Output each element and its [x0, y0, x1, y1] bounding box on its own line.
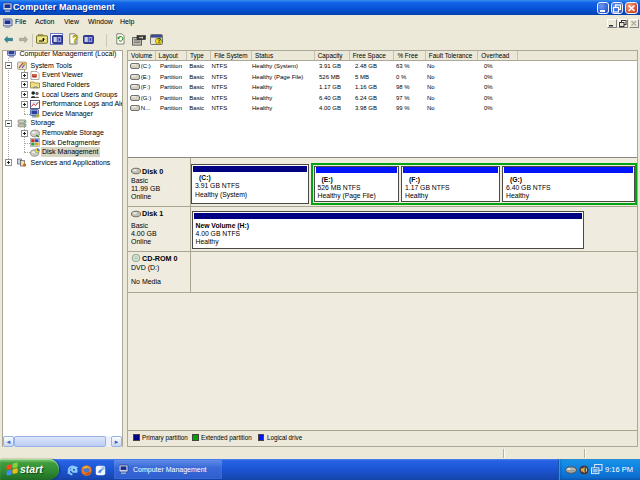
svg-text:?: ?: [157, 37, 161, 44]
svg-text:?: ?: [72, 34, 78, 45]
